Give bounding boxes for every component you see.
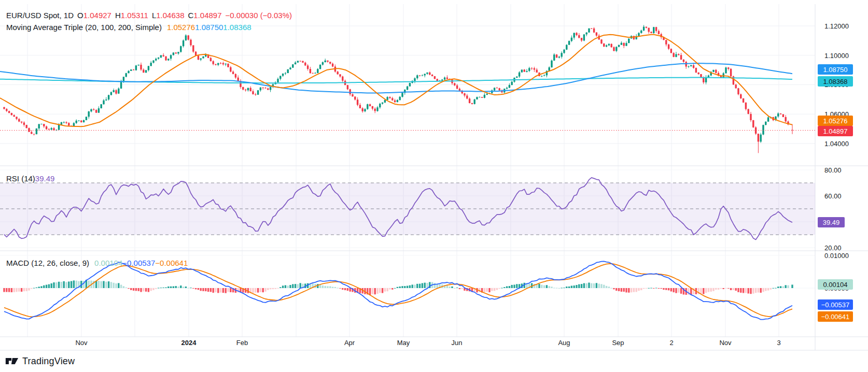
tradingview-logo-icon	[5, 355, 19, 367]
ma-indicator-label: Moving Average Triple (20, 100, 200, Sim…	[6, 23, 162, 32]
macd-tick: 0.01000	[824, 252, 849, 260]
rsi-value: 39.49	[35, 174, 55, 183]
price-tick: 1.12000	[824, 22, 849, 30]
open-label: O1.04927	[77, 11, 111, 20]
time-axis-label: 3	[777, 339, 780, 347]
time-axis-label: Nov	[75, 339, 87, 347]
time-axis-label: Aug	[558, 339, 570, 347]
sma20-value: 1.05276	[167, 23, 195, 32]
rsi-legend-row[interactable]: RSI (14) 39.49	[6, 174, 54, 183]
time-axis-label: May	[397, 339, 410, 347]
price-badge: 1.05276	[818, 116, 853, 126]
price-badge: 1.04897	[818, 126, 853, 136]
tradingview-logo-link[interactable]: TradingView	[5, 355, 75, 367]
macd-badge: 0.00104	[818, 279, 853, 290]
macd-signal-value: −0.00641	[155, 259, 188, 267]
change-value: −0.00030 (−0.03%)	[226, 11, 292, 20]
price-tick: 1.10000	[824, 51, 849, 59]
macd-hist-value: 0.00104	[94, 259, 122, 267]
sma200-line	[0, 78, 792, 83]
open-value: 1.04927	[83, 11, 111, 20]
time-axis-label: Feb	[236, 339, 248, 347]
macd-badge: −0.00641	[818, 311, 853, 322]
time-axis-label: 2024	[181, 339, 197, 347]
macd-legend-row[interactable]: MACD (12, 26, close, 9) 0.00104 −0.00537…	[6, 259, 188, 267]
macd-badge: −0.00537	[818, 299, 853, 310]
time-axis-label: 2	[669, 339, 673, 347]
macd-scale[interactable]	[815, 251, 868, 337]
time-axis-label: Apr	[344, 339, 355, 347]
rsi-indicator-label: RSI (14)	[6, 174, 35, 183]
price-tick: 1.04000	[824, 139, 849, 147]
close-label: C1.04897	[188, 11, 221, 20]
rsi-badge: 39.49	[818, 217, 845, 227]
chart-canvas[interactable]	[0, 0, 868, 372]
symbol-title[interactable]: EUR/USD Spot, 1D	[6, 11, 74, 20]
rsi-tick: 80.00	[824, 166, 842, 174]
tradingview-logo-text: TradingView	[22, 356, 75, 367]
close-value: 1.04897	[193, 11, 221, 20]
tradingview-chart-window: EUR/USD Spot, 1D O1.04927 H1.05311 L1.04…	[0, 0, 868, 372]
low-value: 1.04638	[156, 11, 184, 20]
low-label: L1.04638	[152, 11, 185, 20]
time-axis-label: Nov	[719, 339, 731, 347]
rsi-tick: 20.00	[824, 244, 842, 252]
high-value: 1.05311	[121, 11, 148, 20]
sma200-value: 1.08368	[223, 23, 251, 32]
macd-line-value: −0.00537	[122, 259, 155, 267]
symbol-legend-row: EUR/USD Spot, 1D O1.04927 H1.05311 L1.04…	[6, 11, 292, 20]
ma-legend-row[interactable]: Moving Average Triple (20, 100, 200, Sim…	[6, 23, 251, 32]
macd-indicator-label: MACD (12, 26, close, 9)	[6, 259, 89, 267]
time-axis-label: Sep	[612, 339, 624, 347]
sma20-line	[0, 35, 792, 127]
time-axis-label: Jun	[452, 339, 463, 347]
price-badge: 1.08750	[818, 64, 853, 75]
rsi-scale[interactable]	[815, 166, 868, 251]
sma100-value: 1.08750	[195, 23, 223, 32]
price-badge: 1.08368	[818, 76, 853, 87]
high-label: H1.05311	[115, 11, 148, 20]
rsi-tick: 60.00	[824, 192, 842, 200]
